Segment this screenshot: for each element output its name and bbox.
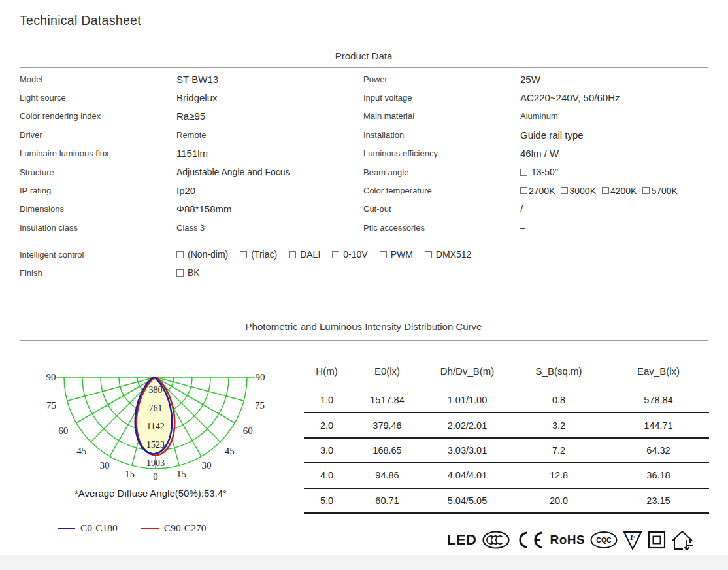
page-title: Techinical Datasheet	[20, 13, 141, 28]
rohs-text: RoHS	[550, 533, 586, 547]
spec-row: IP ratingIp20	[20, 181, 350, 199]
chart-legend: C0-C180C90-C270	[58, 522, 229, 534]
spec-value: 2700K3000K4200K5700K	[520, 185, 684, 196]
table-cell: 4.04/4.01	[425, 470, 510, 480]
spec-row: Cut-out/	[363, 200, 706, 218]
product-specs-left-column: ModelST-BW13Light sourceBridgeluxColor r…	[20, 70, 350, 237]
checkbox-option: 5700K	[642, 186, 677, 196]
legend-line-swatch	[58, 528, 75, 529]
checkbox-option: BK	[176, 267, 200, 278]
svg-text:45: 45	[76, 446, 86, 456]
svg-text:1523: 1523	[146, 440, 165, 450]
table-cell: 20.0	[510, 495, 608, 506]
spec-value: Class 3	[176, 223, 205, 233]
spec-row: Luminaire luminous flux1151lm	[20, 144, 350, 163]
spec-row: FinishBK	[20, 263, 686, 282]
spec-label: Cut-out	[363, 204, 520, 214]
spec-value: –	[520, 223, 525, 233]
divider	[20, 340, 708, 341]
spec-row: Beam angle13-50°	[363, 163, 706, 181]
legend-label: C0-C180	[80, 522, 118, 534]
option-label: 13-50°	[531, 167, 558, 177]
spec-label: Color rendering index	[20, 111, 176, 121]
table-cell: 379.46	[350, 420, 425, 431]
svg-text:15: 15	[176, 469, 186, 479]
spec-value: Guide rail type	[520, 129, 584, 141]
spec-value: /	[520, 203, 523, 214]
table-cell: 2.0	[304, 420, 350, 431]
svg-text:60: 60	[243, 426, 253, 436]
checkbox-option: 13-50°	[520, 167, 558, 177]
column-divider	[354, 71, 354, 237]
table-cell: 168.65	[350, 445, 425, 456]
f-triangle-icon: F	[623, 529, 642, 551]
option-label: 5700K	[651, 186, 677, 196]
spec-value: Aluminum	[520, 111, 558, 121]
checkbox-icon	[176, 269, 184, 277]
table-cell: 1.0	[304, 395, 350, 405]
table-cell: 94.86	[350, 470, 425, 480]
svg-text:1903: 1903	[146, 458, 165, 468]
checkbox-option: DALI	[289, 249, 320, 260]
spec-label: Luminaire luminous flux	[20, 148, 176, 158]
cqc-icon: CQC	[590, 529, 618, 551]
spec-label: Structure	[20, 167, 176, 177]
spec-value: Ra≥95	[176, 110, 205, 122]
spec-value: AC220~240V, 50/60Hz	[520, 92, 620, 103]
spec-label: Finish	[20, 268, 176, 278]
table-cell: 4.0	[304, 470, 350, 480]
control-options-rows: Intelligent control(Non-dim)(Triac)DALI0…	[20, 245, 686, 282]
spec-label: Intelligent control	[20, 250, 176, 260]
spec-row: Light sourceBridgelux	[20, 88, 350, 107]
checkbox-icon	[520, 169, 527, 176]
datasheet-page: Techinical Datasheet Product Data ModelS…	[0, 0, 728, 570]
checkbox-option: (Non-dim)	[176, 249, 228, 260]
svg-text:1142: 1142	[146, 422, 164, 431]
svg-text:CQC: CQC	[597, 536, 612, 544]
table-cell: 3.0	[304, 445, 350, 456]
spec-row: Input voltageAC220~240V, 50/60Hz	[363, 88, 706, 107]
checkbox-icon	[176, 251, 184, 258]
table-cell: 5.04/5.05	[425, 495, 510, 506]
table-cell: 144.71	[608, 420, 709, 431]
spec-row: ModelST-BW13	[20, 70, 350, 88]
table-row: 2.0379.462.02/2.013.2144.71	[304, 413, 709, 438]
product-specs-right-column: Power25WInput voltageAC220~240V, 50/60Hz…	[363, 70, 706, 237]
svg-text:90: 90	[46, 372, 56, 382]
svg-text:380: 380	[149, 385, 163, 395]
spec-label: Driver	[20, 130, 176, 140]
spec-value: Ip20	[176, 185, 195, 196]
indoor-use-icon	[671, 529, 693, 551]
svg-text:0: 0	[153, 471, 158, 482]
table-row: 4.094.864.04/4.0112.836.18	[304, 463, 709, 488]
spec-label: Model	[20, 75, 176, 84]
spec-value: Φ88*158mm	[176, 203, 232, 214]
svg-text:75: 75	[255, 400, 265, 411]
spec-label: Power	[363, 75, 520, 84]
spec-row: Luminous efficiency46lm / W	[363, 144, 706, 163]
svg-text:30: 30	[202, 460, 212, 471]
column-header: S_B(sq.m)	[510, 365, 608, 377]
spec-row: Power25W	[363, 70, 706, 88]
page-edge-shade	[0, 555, 728, 570]
checkbox-icon	[602, 187, 609, 194]
table-row: 1.01517.841.01/1.000.8578.84	[304, 388, 709, 413]
checkbox-icon	[380, 251, 387, 258]
svg-text:F: F	[629, 532, 636, 542]
checkbox-option: 2700K	[520, 186, 555, 196]
table-cell: 60.71	[350, 495, 425, 506]
option-label: PWM	[391, 249, 413, 260]
svg-text:45: 45	[225, 446, 235, 456]
checkbox-icon	[332, 251, 339, 258]
svg-text:15: 15	[125, 469, 135, 479]
diffuse-angle-note: *Average Diffuse Angle(50%):53.4°	[74, 488, 227, 499]
legend-item: C90-C270	[141, 522, 207, 534]
checkbox-option: PWM	[380, 249, 413, 260]
svg-text:60: 60	[58, 426, 68, 436]
table-cell: 36.18	[608, 470, 709, 480]
checkbox-icon	[520, 187, 527, 194]
svg-text:75: 75	[46, 400, 56, 411]
svg-text:30: 30	[100, 460, 110, 471]
checkbox-icon	[289, 251, 296, 258]
column-header: Dh/Dv_B(m)	[425, 365, 510, 377]
